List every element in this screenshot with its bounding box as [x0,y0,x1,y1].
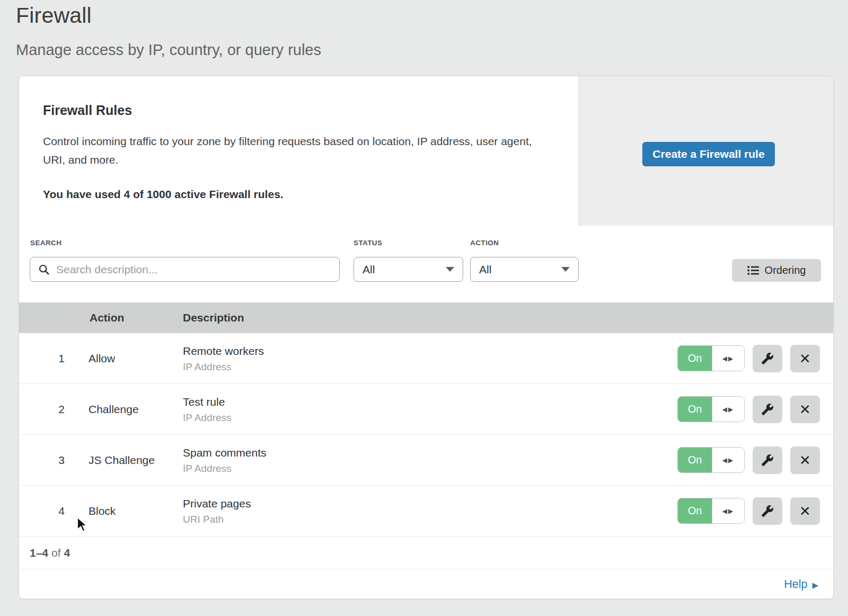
delete-rule-button[interactable]: ✕ [790,497,820,525]
toggle-on-label: On [678,448,712,472]
close-icon: ✕ [799,352,811,365]
search-box[interactable] [30,257,340,282]
toggle-on-label: On [678,397,712,422]
edit-rule-button[interactable] [753,447,782,474]
rule-enabled-toggle[interactable]: On ◀▶ [677,498,745,524]
rule-priority: 2 [50,403,73,416]
action-select[interactable]: All [470,257,579,282]
toggle-knob[interactable]: ◀▶ [712,346,744,371]
delete-rule-button[interactable]: ✕ [790,345,820,372]
wrench-icon [761,454,774,467]
firewall-rules-card: Firewall Rules Control incoming traffic … [19,76,834,599]
rule-description: Test rule [183,395,232,408]
rule-match-type: IP Address [183,412,232,423]
toggle-arrows-icon: ◀▶ [722,507,734,515]
pagination-of: of [51,547,61,559]
wrench-icon [761,352,774,365]
status-label: STATUS [354,239,382,247]
rule-description: Private pages [183,497,251,510]
page-subtitle: Manage access by IP, country, or query r… [16,41,321,59]
card-header-text: Firewall Rules Control incoming traffic … [19,76,578,226]
table-row: 1 Allow Remote workers IP Address On ◀▶ [19,333,833,384]
table-row: 3 JS Challenge Spam comments IP Address … [19,435,833,486]
rule-match-type: IP Address [183,361,264,372]
toggle-arrows-icon: ◀▶ [722,457,734,464]
wrench-icon [761,403,774,416]
rule-action: Block [89,505,116,517]
card-heading: Firewall Rules [43,103,546,118]
rule-enabled-toggle[interactable]: On ◀▶ [677,447,745,473]
pagination-total: 4 [64,547,70,559]
ordering-button-label: Ordering [765,264,806,276]
usage-text: You have used 4 of 1000 active Firewall … [43,188,546,201]
help-arrow-icon: ▶ [812,580,818,589]
pagination: 1–4 of 4 [19,537,833,569]
toggle-knob[interactable]: ◀▶ [712,498,744,523]
edit-rule-button[interactable] [753,396,782,423]
edit-rule-button[interactable] [753,345,782,372]
pagination-range: 1–4 [30,547,48,559]
card-description: Control incoming traffic to your zone by… [43,132,544,169]
rule-priority: 4 [50,505,73,517]
table-header: Action Description [19,302,833,333]
delete-rule-button[interactable]: ✕ [790,396,820,423]
chevron-down-icon [446,267,454,272]
rule-priority: 1 [50,352,73,365]
help-link-label: Help [784,578,807,591]
table-row: 2 Challenge Test rule IP Address On ◀▶ [19,384,833,435]
delete-rule-button[interactable]: ✕ [790,447,820,474]
chevron-down-icon [561,267,570,272]
toggle-on-label: On [678,498,712,523]
rule-enabled-toggle[interactable]: On ◀▶ [677,345,745,371]
search-input[interactable] [56,263,339,276]
action-label: ACTION [470,239,499,247]
status-selected-value: All [363,263,375,276]
list-ordering-icon [747,265,759,275]
rule-action: Challenge [89,403,139,416]
help-link[interactable]: Help ▶ [784,578,818,591]
rule-priority: 3 [50,454,73,467]
firewall-rules-list: 1 Allow Remote workers IP Address On ◀▶ [19,333,833,537]
toggle-knob[interactable]: ◀▶ [712,448,744,472]
column-header-description: Description [183,311,244,324]
edit-rule-button[interactable] [753,497,782,525]
card-header: Firewall Rules Control incoming traffic … [19,76,833,226]
wrench-icon [761,505,774,517]
toggle-arrows-icon: ◀▶ [722,406,734,413]
help-bar: Help ▶ [19,569,833,600]
search-label: SEARCH [30,239,61,247]
ordering-button[interactable]: Ordering [732,259,821,282]
rule-match-type: IP Address [183,462,267,474]
toggle-on-label: On [678,346,712,371]
search-icon [39,264,49,275]
close-icon: ✕ [799,453,811,467]
rule-match-type: URI Path [183,513,251,525]
filter-bar: SEARCH STATUS ACTION All All [19,226,833,302]
status-select[interactable]: All [354,257,463,282]
rule-enabled-toggle[interactable]: On ◀▶ [677,396,745,422]
rule-description: Spam comments [183,446,267,459]
create-firewall-rule-button[interactable]: Create a Firewall rule [642,142,775,166]
close-icon: ✕ [799,504,811,518]
toggle-knob[interactable]: ◀▶ [712,397,744,422]
toggle-arrows-icon: ◀▶ [722,355,734,362]
action-selected-value: All [479,263,491,276]
table-row: 4 Block Private pages URI Path On ◀▶ [19,486,833,537]
create-rule-panel: Create a Firewall rule [578,76,833,226]
column-header-action: Action [90,311,124,324]
rule-description: Remote workers [183,344,264,357]
page-title: Firewall [16,3,92,28]
rule-action: Allow [89,352,115,365]
close-icon: ✕ [799,403,811,416]
rule-action: JS Challenge [89,454,155,467]
